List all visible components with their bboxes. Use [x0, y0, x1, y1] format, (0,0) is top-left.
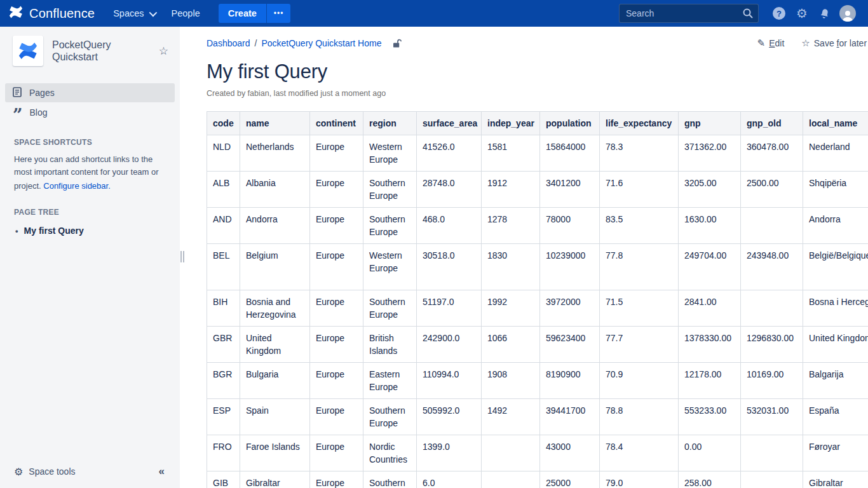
chevron-down-icon — [149, 8, 157, 17]
table-cell: Nordic Countries — [363, 435, 417, 471]
table-cell — [482, 435, 540, 471]
table-cell: 30518.0 — [417, 244, 482, 290]
create-button[interactable]: Create — [219, 4, 266, 23]
table-row: ESPSpainEuropeSouthern Europe505992.0149… — [207, 399, 868, 435]
table-cell: 25000 — [540, 471, 600, 488]
table-cell: 41526.0 — [417, 135, 482, 172]
breadcrumb-space-home[interactable]: PocketQuery Quickstart Home — [261, 38, 381, 48]
space-logo[interactable] — [13, 36, 43, 66]
table-cell: Balgarija — [803, 363, 868, 399]
search-input[interactable] — [619, 4, 759, 23]
spaces-menu[interactable]: Spaces — [105, 0, 163, 27]
unlock-icon[interactable] — [392, 39, 402, 48]
table-cell: 59623400 — [540, 327, 600, 363]
sidebar-footer: ⚙ Space tools « — [0, 458, 180, 488]
table-cell: Andorra — [240, 208, 310, 244]
people-menu[interactable]: People — [163, 0, 208, 27]
pencil-icon: ✎ — [757, 39, 766, 48]
search-icon[interactable] — [742, 8, 754, 19]
table-cell: 468.0 — [417, 208, 482, 244]
sidebar-item-pages[interactable]: Pages — [5, 83, 175, 102]
table-cell: 39441700 — [540, 399, 600, 435]
table-cell: 371362.00 — [679, 135, 741, 172]
table-cell: 258.00 — [679, 471, 741, 488]
table-cell: Southern Europe — [363, 290, 417, 327]
search-box — [619, 4, 759, 23]
space-name[interactable]: PocketQuery Quickstart — [52, 39, 150, 63]
table-row: ANDAndorraEuropeSouthern Europe468.01278… — [207, 208, 868, 244]
table-cell: 78.8 — [600, 399, 679, 435]
query-result-table: codenamecontinentregionsurface_areaindep… — [207, 111, 868, 488]
table-cell: Western Europe — [363, 135, 417, 172]
table-cell: 77.7 — [600, 327, 679, 363]
table-cell: 78.3 — [600, 135, 679, 172]
table-cell: 243948.00 — [741, 244, 803, 290]
avatar — [839, 5, 856, 22]
save-for-later-button[interactable]: ☆ Save for later — [801, 38, 867, 48]
table-row: FROFaroe IslandsEuropeNordic Countries13… — [207, 435, 868, 471]
table-cell: Belgium — [240, 244, 310, 290]
sidebar-item-label: Pages — [29, 88, 55, 98]
table-cell: 28748.0 — [417, 172, 482, 208]
table-header-cell: code — [207, 112, 240, 135]
table-cell: BEL — [207, 244, 240, 290]
table-cell — [741, 208, 803, 244]
table-header-cell: population — [540, 112, 600, 135]
sidebar-item-blog[interactable]: ” Blog — [5, 103, 175, 122]
table-cell — [482, 471, 540, 488]
table-cell: 83.5 — [600, 208, 679, 244]
space-shortcuts-text: Here you can add shortcut links to the m… — [0, 147, 173, 193]
table-cell: 1830 — [482, 244, 540, 290]
table-cell: BIH — [207, 290, 240, 327]
user-avatar[interactable] — [836, 0, 859, 27]
breadcrumb-dashboard[interactable]: Dashboard — [207, 38, 250, 48]
spaces-label: Spaces — [113, 8, 144, 18]
table-cell: Bosna i Hercegovina — [803, 290, 868, 327]
top-navbar: Confluence Spaces People Create ••• ? ⚙ — [0, 0, 868, 27]
favorite-star-icon[interactable]: ☆ — [159, 44, 168, 57]
table-cell: 3205.00 — [679, 172, 741, 208]
main-content: Dashboard / PocketQuery Quickstart Home … — [184, 27, 868, 488]
table-row: BGRBulgariaEuropeEastern Europe110994.01… — [207, 363, 868, 399]
confluence-logo[interactable]: Confluence — [8, 4, 95, 23]
table-cell: Europe — [310, 172, 363, 208]
table-header-cell: local_name — [803, 112, 868, 135]
table-cell: 6.0 — [417, 471, 482, 488]
table-cell: Shqipëria — [803, 172, 868, 208]
table-cell: FRO — [207, 435, 240, 471]
configure-sidebar-link[interactable]: Configure sidebar. — [43, 180, 111, 193]
table-cell: 360478.00 — [741, 135, 803, 172]
settings-gear-icon[interactable]: ⚙ — [790, 0, 813, 27]
create-more-button[interactable]: ••• — [266, 4, 291, 23]
table-header-cell: region — [363, 112, 417, 135]
table-header-cell: life_expectancy — [600, 112, 679, 135]
sidebar-resize-handle[interactable] — [180, 27, 184, 488]
table-header-cell: name — [240, 112, 310, 135]
space-tools-label: Space tools — [29, 466, 75, 477]
space-tools-button[interactable]: ⚙ Space tools — [14, 466, 76, 478]
breadcrumb-separator: / — [255, 38, 257, 48]
table-cell: 532031.00 — [741, 399, 803, 435]
table-cell: 70.9 — [600, 363, 679, 399]
table-header-cell: continent — [310, 112, 363, 135]
table-cell: Nederland — [803, 135, 868, 172]
sidebar-nav: Pages ” Blog — [0, 83, 180, 123]
collapse-sidebar-button[interactable]: « — [159, 465, 165, 478]
table-cell: 0.00 — [679, 435, 741, 471]
table-cell: ALB — [207, 172, 240, 208]
edit-button[interactable]: ✎ Edit — [757, 38, 785, 48]
table-cell: Spain — [240, 399, 310, 435]
table-cell: 71.6 — [600, 172, 679, 208]
table-header-row: codenamecontinentregionsurface_areaindep… — [207, 112, 868, 135]
brand-name: Confluence — [29, 6, 95, 21]
table-header-cell: gnp_old — [741, 112, 803, 135]
help-icon[interactable]: ? — [768, 0, 790, 27]
table-cell: 78.4 — [600, 435, 679, 471]
table-cell: 71.5 — [600, 290, 679, 327]
table-cell: 3401200 — [540, 172, 600, 208]
quote-icon: ” — [13, 112, 23, 119]
table-cell: 8190900 — [540, 363, 600, 399]
notifications-bell-icon[interactable] — [813, 0, 836, 27]
page-tree-item-current[interactable]: • My first Query — [0, 217, 180, 236]
query-result-table-wrap: codenamecontinentregionsurface_areaindep… — [207, 111, 868, 488]
